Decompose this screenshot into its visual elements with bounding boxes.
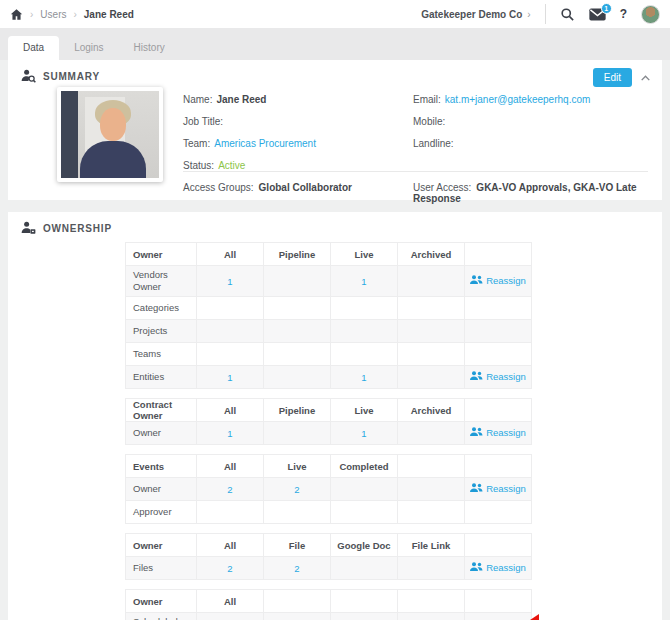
- count-link[interactable]: 1: [227, 372, 232, 383]
- column-header: All: [197, 590, 264, 613]
- column-header: Pipeline: [264, 243, 331, 266]
- section-title: OWNERSHIP: [43, 223, 112, 234]
- row-label: Owner: [126, 478, 197, 501]
- column-header: Owner: [126, 590, 197, 613]
- field-value: Active: [218, 160, 245, 171]
- row-label: Scheduled Deliveries: [126, 613, 197, 620]
- reassign-cell: Reassign: [465, 266, 532, 297]
- table-row: Scheduled Deliveries2Reassign: [126, 613, 532, 620]
- empty-cell: [197, 297, 264, 320]
- summary-section: SUMMARY Edit Name:Jane ReedJob Title:Tea…: [8, 60, 662, 200]
- empty-cell: [331, 297, 398, 320]
- column-header: File Link: [398, 534, 465, 557]
- empty-cell: [264, 422, 331, 445]
- breadcrumb-users[interactable]: Users: [40, 9, 66, 20]
- column-header: Owner: [126, 243, 197, 266]
- count-link[interactable]: 2: [227, 484, 232, 495]
- field-value: Jane Reed: [216, 94, 266, 105]
- reassign-label: Reassign: [486, 483, 526, 494]
- reassign-button[interactable]: Reassign: [470, 427, 526, 438]
- search-button[interactable]: [560, 7, 575, 22]
- section-title: SUMMARY: [43, 71, 100, 82]
- reassign-button[interactable]: Reassign: [470, 562, 526, 573]
- column-header: All: [197, 399, 264, 422]
- empty-cell: [398, 320, 465, 343]
- empty-cell: [398, 613, 465, 620]
- reassign-label: Reassign: [486, 562, 526, 573]
- user-avatar[interactable]: [641, 5, 660, 24]
- reassign-label: Reassign: [486, 427, 526, 438]
- reassign-button[interactable]: Reassign: [470, 483, 526, 494]
- empty-cell: [398, 557, 465, 580]
- reassign-people-icon: [470, 275, 483, 285]
- mail-button[interactable]: 1: [589, 8, 606, 21]
- reassign-button[interactable]: Reassign: [470, 371, 526, 382]
- tab-history[interactable]: History: [119, 36, 180, 60]
- empty-cell: [264, 297, 331, 320]
- column-header: [398, 590, 465, 613]
- empty-cell: [197, 320, 264, 343]
- count-link[interactable]: 1: [361, 428, 366, 439]
- reassign-cell: Reassign: [465, 478, 532, 501]
- ownership-tables: OwnerAllPipelineLiveArchivedVendors Owne…: [125, 242, 531, 620]
- reassign-people-icon: [470, 562, 483, 572]
- divider: [545, 4, 546, 24]
- empty-cell: [264, 366, 331, 389]
- column-header: [465, 534, 532, 557]
- reassign-people-icon: [470, 371, 483, 381]
- ownership-table: EventsAllLiveCompletedOwner22ReassignApp…: [125, 454, 532, 524]
- user-access-label: User Access:: [413, 182, 471, 193]
- field-label: Landline:: [413, 138, 454, 149]
- empty-cell: [331, 478, 398, 501]
- reassign-button[interactable]: Reassign: [470, 275, 526, 286]
- column-header: Google Doc: [331, 534, 398, 557]
- reassign-cell: Reassign: [465, 366, 532, 389]
- count-link[interactable]: 2: [227, 563, 232, 574]
- ownership-table: OwnerAllFileGoogle DocFile LinkFiles22Re…: [125, 533, 532, 580]
- summary-fields-left: Name:Jane ReedJob Title:Team:Americas Pr…: [183, 89, 316, 177]
- user-access: User Access:GKA-VO Approvals, GKA-VO Lat…: [413, 182, 662, 204]
- field-value[interactable]: kat.m+janer@gatekeeperhq.com: [445, 94, 591, 105]
- column-header: Owner: [126, 534, 197, 557]
- breadcrumb-separator: ›: [30, 9, 33, 20]
- home-icon[interactable]: [10, 8, 23, 21]
- field-label: Status:: [183, 160, 214, 171]
- row-label: Approver: [126, 501, 197, 524]
- column-header: Pipeline: [264, 399, 331, 422]
- reassign-label: Reassign: [486, 371, 526, 382]
- empty-cell: [398, 422, 465, 445]
- reassign-cell: Reassign: [465, 613, 532, 620]
- divider: [183, 171, 648, 172]
- table-row: Teams: [126, 343, 532, 366]
- company-switcher[interactable]: Gatekeeper Demo Co ›: [421, 9, 531, 20]
- empty-cell: [398, 478, 465, 501]
- empty-cell: [398, 501, 465, 524]
- count-link[interactable]: 1: [227, 428, 232, 439]
- count-link[interactable]: 1: [361, 276, 366, 287]
- empty-cell: [331, 557, 398, 580]
- column-header: [465, 243, 532, 266]
- tab-logins[interactable]: Logins: [59, 36, 118, 60]
- column-header: [465, 590, 532, 613]
- column-header: All: [197, 534, 264, 557]
- empty-cell: [398, 343, 465, 366]
- edit-button[interactable]: Edit: [593, 68, 632, 87]
- access-groups-label: Access Groups:: [183, 182, 254, 193]
- empty-cell: [331, 343, 398, 366]
- reassign-cell: [465, 297, 532, 320]
- field-value[interactable]: Americas Procurement: [214, 138, 316, 149]
- chevron-up-icon: [639, 72, 652, 85]
- reassign-cell: [465, 343, 532, 366]
- count-link[interactable]: 2: [294, 563, 299, 574]
- count-link[interactable]: 2: [294, 484, 299, 495]
- column-header: Live: [264, 455, 331, 478]
- profile-photo: [57, 87, 163, 182]
- reassign-people-icon: [470, 427, 483, 437]
- help-button[interactable]: ?: [620, 7, 627, 21]
- tab-data[interactable]: Data: [8, 36, 59, 60]
- collapse-section-button[interactable]: [639, 72, 652, 85]
- ownership-table: OwnerAllScheduled Deliveries2Reassign: [125, 589, 532, 620]
- table-row: Categories: [126, 297, 532, 320]
- count-link[interactable]: 1: [227, 276, 232, 287]
- count-link[interactable]: 1: [361, 372, 366, 383]
